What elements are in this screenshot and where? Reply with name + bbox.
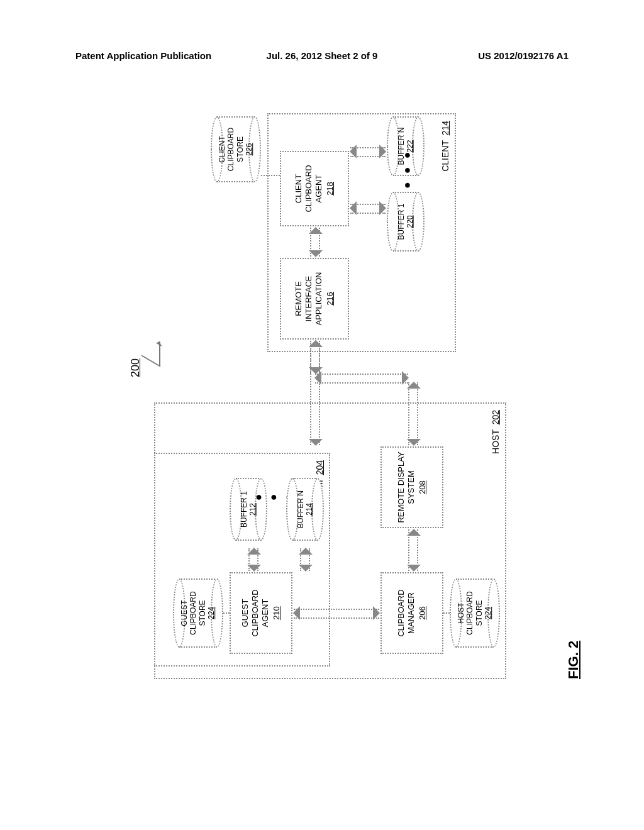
gca-num: 210 [272,606,282,620]
hcs-line [443,612,450,614]
gcs-line [223,612,230,614]
vm-bn-num: 214 [305,480,314,538]
cbm-label: CLIPBOARD MANAGER [396,576,417,650]
client-label: CLIENT 214 [440,121,452,172]
ccs-line [261,175,280,176]
vm-num: 204 [314,460,325,475]
conn-ria-cca [310,228,320,257]
cb1-num: 220 [406,194,414,249]
hcs-label: HOST CLIPBOARD STORE [457,591,484,634]
conn-cca-bn [350,147,386,157]
vm-buffer-n: BUFFER N 214 [286,478,324,541]
conn-cbm-rds [408,529,418,571]
vm-b1-label: BUFFER 1 [240,491,248,528]
client-clipboard-agent: CLIENT CLIPBOARD AGENT 218 [280,151,349,226]
guest-clipboard-agent: GUEST CLIPBOARD AGENT 210 [230,572,292,654]
cca-label: CLIENT CLIPBOARD AGENT [294,155,325,223]
vm-b1-num: 212 [248,480,257,538]
rds-label: REMOTE DISPLAY SYSTEM [396,450,417,524]
conn-gca-b1 [248,548,258,571]
cca-num: 218 [325,182,335,196]
conn-rds-ria-v [315,374,408,384]
conn-rds-ria-seg [408,382,418,445]
vm-bn-label: BUFFER N [296,490,305,528]
figure-ref: 200 [129,358,142,377]
page-header: Patent Application Publication Jul. 26, … [0,50,644,61]
ccs-num: 226 [245,119,253,180]
clipboard-manager: CLIPBOARD MANAGER 206 [380,572,443,654]
gca-label: GUEST CLIPBOARD AGENT [240,576,271,650]
host-clipboard-store: HOST CLIPBOARD STORE 224 [450,578,500,648]
ria-num: 216 [325,292,335,306]
remote-display-system: REMOTE DISPLAY SYSTEM 208 [380,446,443,528]
gcs-label: GUEST CLIPBOARD STORE [180,591,207,634]
cbn-label: BUFFER N [397,128,406,165]
ria-label: REMOTE INTERFACE APPLICATION [294,262,325,336]
remote-interface-app: REMOTE INTERFACE APPLICATION 216 [280,258,349,340]
host-label-text: HOST [491,429,501,454]
conn-rds-ria-top [310,341,320,374]
header-right: US 2012/0192176 A1 [404,50,569,61]
guest-clipboard-store: GUEST CLIPBOARD STORE 224 [173,578,223,648]
conn-gca-cbm [294,609,379,619]
gcs-num: 224 [207,581,216,645]
vm-buffer-1: BUFFER 1 212 [230,478,267,541]
figure-wrap: FIG. 2 200 HOST 202 VM 204 GUEST CLIPBOA… [69,113,635,679]
figure-stage: FIG. 2 200 HOST 202 VM 204 GUEST CLIPBOA… [154,113,550,679]
conn-gca-bn [300,548,310,571]
cb1-label: BUFFER 1 [397,204,406,240]
cbn-num: 222 [406,119,414,174]
ccs-label: CLIENT CLIPBOARD STORE [218,128,245,171]
host-label: HOST 202 [491,410,502,454]
rds-num: 208 [418,480,428,494]
host-num: 202 [491,410,501,424]
hcs-num: 224 [484,581,492,645]
client-num: 214 [440,121,450,135]
conn-cca-b1 [350,204,386,214]
cbm-num: 206 [418,606,428,620]
client-clipboard-store: CLIENT CLIPBOARD STORE 226 [211,116,261,182]
header-mid: Jul. 26, 2012 Sheet 2 of 9 [240,50,404,61]
figure-label: FIG. 2 [565,641,582,679]
figure-ref-arrow [142,331,160,367]
client-label-text: CLIENT [440,140,450,172]
header-left: Patent Application Publication [75,50,240,61]
